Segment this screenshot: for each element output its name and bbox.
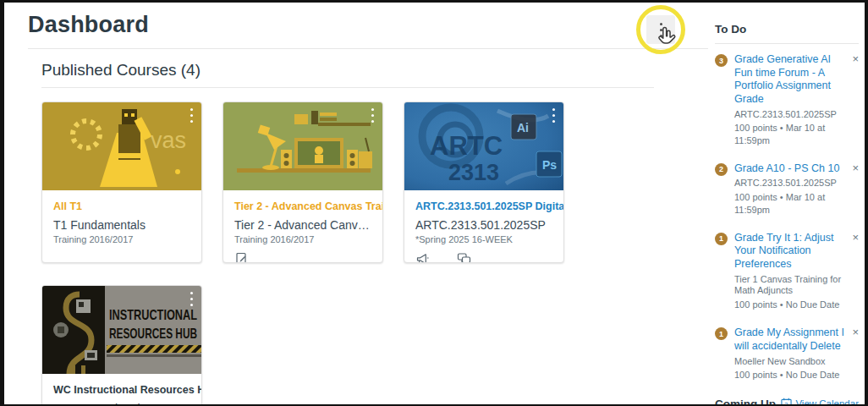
card-kebab-menu-icon[interactable] (190, 292, 193, 306)
todo-item: 1 Grade My Assignment I will accidentall… (715, 326, 859, 381)
todo-item-course: ARTC.2313.501.2025SP (734, 109, 845, 121)
course-title[interactable]: T1 Fundamentals (53, 218, 190, 232)
course-term: Training 2016/2017 (53, 234, 190, 244)
course-nickname-link[interactable]: All T1 (53, 200, 82, 212)
course-image-text: vas (151, 128, 186, 153)
todo-item: 3 Grade Generative AI Fun time Forum - A… (715, 53, 859, 146)
course-title[interactable]: Tier 2 - Advanced Canvas Trai... (234, 218, 371, 232)
course-image-text-1: INSTRUCTIONAL (109, 307, 197, 323)
course-image-text-2: 2313 (448, 160, 499, 185)
dismiss-todo-button[interactable]: × (852, 326, 859, 337)
course-image[interactable]: ARTC 2313 Ai Ps (404, 102, 563, 190)
course-card-wc-resources-hub[interactable]: INSTRUCTIONAL RESOURCES HUB WC Instructi… (41, 285, 202, 406)
todo-item-meta: 100 points • Mar 10 at 11:59pm (734, 191, 845, 216)
dashboard-options-button[interactable] (646, 15, 675, 44)
todo-item-meta: 100 points • No Due Date (734, 299, 845, 310)
screen-border-left (0, 0, 4, 406)
published-courses-divider (41, 87, 654, 88)
card-kebab-menu-icon[interactable] (552, 108, 555, 123)
todo-item: 2 Grade A10 - PS Ch 10 ARTC.2313.501.202… (715, 162, 859, 216)
course-image-text-2: RESOURCES HUB (109, 326, 197, 342)
course-image[interactable] (223, 102, 382, 190)
right-sidebar: To Do 3 Grade Generative AI Fun time For… (715, 0, 859, 406)
course-image[interactable]: vas (42, 102, 201, 190)
todo-divider (715, 43, 859, 44)
course-card-t1-fundamentals[interactable]: vas All T1 T1 Fundamentals Training 2016… (41, 102, 202, 263)
screen-border-top (0, 0, 868, 3)
todo-item-link[interactable]: Grade Try It 1: Adjust Your Notification… (734, 232, 845, 272)
announcement-icon[interactable] (415, 252, 430, 263)
published-courses-heading: Published Courses (4) (41, 61, 201, 80)
adobe-ps-badge: Ps (542, 158, 557, 172)
screen-border-right (865, 0, 868, 406)
course-title[interactable]: ARTC.2313.501.2025SP (415, 218, 552, 232)
card-kebab-menu-icon[interactable] (190, 108, 193, 123)
todo-count-badge: 2 (715, 163, 728, 176)
card-kebab-menu-icon[interactable] (371, 108, 374, 123)
todo-item-link[interactable]: Grade Generative AI Fun time Forum - A P… (734, 53, 845, 107)
todo-heading: To Do (715, 23, 859, 36)
todo-item: 1 Grade Try It 1: Adjust Your Notificati… (715, 232, 859, 311)
dismiss-todo-button[interactable]: × (852, 162, 859, 173)
todo-item-meta: 100 points • Mar 10 at 11:59pm (734, 122, 845, 146)
header-divider (28, 48, 708, 49)
page-title: Dashboard (28, 12, 149, 38)
todo-item-link[interactable]: Grade My Assignment I will accidentally … (734, 326, 845, 353)
course-card-artc-2313[interactable]: ARTC 2313 Ai Ps ARTC.2313.501.2025SP Dig… (404, 102, 564, 263)
todo-count-badge: 1 (715, 327, 728, 340)
course-image[interactable]: INSTRUCTIONAL RESOURCES HUB (42, 286, 201, 374)
kebab-menu-icon (660, 23, 662, 37)
dismiss-todo-button[interactable]: × (852, 232, 859, 243)
todo-item-course: ARTC.2313.501.2025SP (734, 178, 845, 189)
dismiss-todo-button[interactable]: × (852, 53, 859, 64)
adobe-ai-badge: Ai (517, 121, 529, 134)
course-nickname-link[interactable]: ARTC.2313.501.2025SP Digital P... (415, 200, 564, 212)
assignment-icon[interactable] (234, 252, 249, 263)
todo-count-badge: 3 (715, 54, 728, 67)
todo-item-course: Tier 1 Canvas Training for Math Adjuncts (734, 274, 845, 298)
course-nickname-link[interactable]: WC Instructional Resources Hub (53, 384, 202, 396)
course-term: Training 2016/2017 (234, 234, 371, 244)
course-image-text-1: ARTC (430, 131, 503, 161)
course-nickname-link[interactable]: Tier 2 - Advanced Canvas Training (234, 200, 383, 212)
course-card-tier2-advanced[interactable]: Tier 2 - Advanced Canvas Training Tier 2… (222, 102, 383, 263)
todo-count-badge: 1 (715, 233, 728, 245)
todo-item-meta: 100 points • No Due Date (734, 369, 845, 381)
todo-item-course: Moeller New Sandbox (734, 356, 845, 368)
course-term: *Spring 2025 16-WEEK (415, 234, 552, 244)
discussion-icon[interactable] (457, 252, 471, 263)
todo-item-link[interactable]: Grade A10 - PS Ch 10 (734, 162, 845, 176)
